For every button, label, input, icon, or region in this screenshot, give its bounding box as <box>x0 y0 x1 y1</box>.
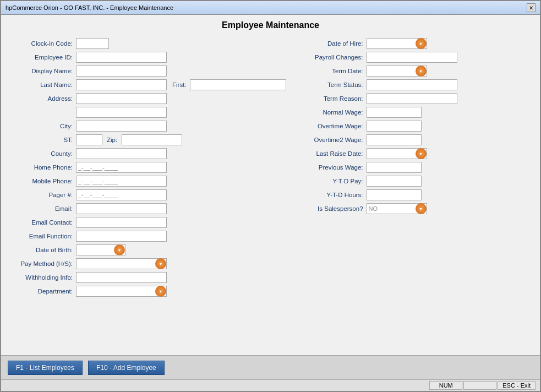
ytd-hours-row: Y-T-D Hours: <box>297 189 529 200</box>
email-function-label: Email Function: <box>12 233 73 239</box>
ytd-pay-input[interactable] <box>367 176 422 187</box>
display-name-label: Display Name: <box>12 68 73 74</box>
salesperson-value: NO <box>367 205 416 213</box>
date-hire-value <box>367 43 416 44</box>
term-date-value <box>367 70 416 72</box>
last-raise-date-value <box>367 153 416 154</box>
ytd-hours-input[interactable] <box>367 189 422 200</box>
address2-input[interactable] <box>76 107 167 118</box>
salesperson-label: Is Salesperson? <box>297 205 363 212</box>
salesperson-dropdown[interactable]: NO <box>367 203 427 214</box>
email-function-input[interactable] <box>76 231 167 242</box>
previous-wage-row: Previous Wage: <box>297 162 529 173</box>
clock-in-input[interactable] <box>76 38 109 49</box>
pay-method-row: Pay Method (H/S): <box>12 258 286 269</box>
city-label: City: <box>12 123 73 129</box>
term-date-dropdown[interactable] <box>367 66 427 77</box>
zip-label: Zip: <box>107 137 117 143</box>
list-employees-button[interactable]: F1 - List Employees <box>8 361 83 375</box>
email-row: Email: <box>12 203 286 214</box>
address-label: Address: <box>12 95 73 102</box>
close-button[interactable]: ✕ <box>527 3 535 12</box>
pay-method-dropdown[interactable] <box>76 258 167 269</box>
term-date-dropdown-btn[interactable] <box>416 66 427 77</box>
mobile-phone-label: Mobile Phone: <box>12 178 73 184</box>
city-input[interactable] <box>76 121 167 132</box>
status-bar: NUM ESC - Exit <box>1 379 540 391</box>
email-contact-row: Email Contact: <box>12 217 286 228</box>
last-raise-date-dropdown[interactable] <box>367 148 427 159</box>
window-title: hpCommerce Orion - GO FAST, INC. - Emplo… <box>6 4 173 11</box>
email-label: Email: <box>12 205 73 212</box>
home-phone-input[interactable] <box>76 162 167 173</box>
date-hire-dropdown-btn[interactable] <box>416 38 427 49</box>
first-label: First: <box>172 81 187 88</box>
email-contact-input[interactable] <box>76 217 167 228</box>
department-label: Department: <box>12 288 73 295</box>
previous-wage-input[interactable] <box>367 162 422 173</box>
display-name-input[interactable] <box>76 66 167 77</box>
term-date-label: Term Date: <box>297 68 363 74</box>
last-name-input[interactable] <box>76 79 167 90</box>
footer-bar: F1 - List Employees F10 - Add Employee <box>1 355 540 379</box>
department-dropdown-btn[interactable] <box>155 286 166 297</box>
num-indicator: NUM <box>429 381 462 390</box>
date-hire-row: Date of Hire: <box>297 38 529 49</box>
overtime-wage-input[interactable] <box>367 121 422 132</box>
employee-id-input[interactable] <box>76 52 167 63</box>
zip-input[interactable] <box>122 134 182 145</box>
address1-input[interactable] <box>76 93 167 104</box>
form-area: Clock-in Code: Employee ID: Display Name… <box>12 38 529 300</box>
overtime2-wage-input[interactable] <box>367 134 422 145</box>
dob-dropdown-btn[interactable] <box>114 244 125 255</box>
withholding-label: Withholding Info: <box>12 274 73 281</box>
pager-row: Pager #: <box>12 189 286 200</box>
ytd-pay-label: Y-T-D Pay: <box>297 178 363 184</box>
esc-label: ESC - Exit <box>498 381 535 390</box>
empty-status <box>463 381 496 390</box>
first-name-input[interactable] <box>190 79 286 90</box>
email-input[interactable] <box>76 203 167 214</box>
overtime-wage-label: Overtime Wage: <box>297 123 363 129</box>
display-name-row: Display Name: <box>12 66 286 77</box>
clock-in-label: Clock-in Code: <box>12 40 73 47</box>
overtime2-wage-row: Overtime2 Wage: <box>297 134 529 145</box>
normal-wage-row: Normal Wage: <box>297 107 529 118</box>
pay-method-dropdown-btn[interactable] <box>155 258 166 269</box>
add-employee-button[interactable]: F10 - Add Employee <box>88 361 165 375</box>
home-phone-label: Home Phone: <box>12 164 73 171</box>
right-column: Date of Hire: Payroll Changes: Term Date… <box>297 38 529 300</box>
ytd-hours-label: Y-T-D Hours: <box>297 192 363 198</box>
city-row: City: <box>12 121 286 132</box>
name-row: Last Name: First: <box>12 79 286 90</box>
department-dropdown[interactable] <box>76 286 167 297</box>
dob-dropdown[interactable] <box>76 244 125 255</box>
st-zip-row: ST: Zip: <box>12 134 286 145</box>
employee-id-row: Employee ID: <box>12 52 286 63</box>
mobile-phone-input[interactable] <box>76 176 167 187</box>
term-reason-input[interactable] <box>367 93 457 104</box>
payroll-changes-input[interactable] <box>367 52 457 63</box>
date-hire-dropdown[interactable] <box>367 38 427 49</box>
last-name-label: Last Name: <box>12 81 73 88</box>
last-raise-date-dropdown-btn[interactable] <box>416 148 427 159</box>
pager-input[interactable] <box>76 189 167 200</box>
email-contact-label: Email Contact: <box>12 219 73 226</box>
last-raise-date-label: Last Raise Date: <box>297 150 363 157</box>
pager-label: Pager #: <box>12 192 73 198</box>
withholding-input[interactable] <box>76 272 167 283</box>
normal-wage-input[interactable] <box>367 107 422 118</box>
employee-id-label: Employee ID: <box>12 54 73 61</box>
term-status-label: Term Status: <box>297 81 363 88</box>
term-reason-row: Term Reason: <box>297 93 529 104</box>
clock-in-row: Clock-in Code: <box>12 38 286 49</box>
st-input[interactable] <box>76 134 102 145</box>
payroll-changes-row: Payroll Changes: <box>297 52 529 63</box>
term-status-input[interactable] <box>367 79 457 90</box>
main-window: hpCommerce Orion - GO FAST, INC. - Emplo… <box>0 0 541 392</box>
term-status-row: Term Status: <box>297 79 529 90</box>
home-phone-row: Home Phone: <box>12 162 286 173</box>
salesperson-dropdown-btn[interactable] <box>416 203 427 214</box>
county-row: County: <box>12 148 286 159</box>
county-input[interactable] <box>76 148 167 159</box>
